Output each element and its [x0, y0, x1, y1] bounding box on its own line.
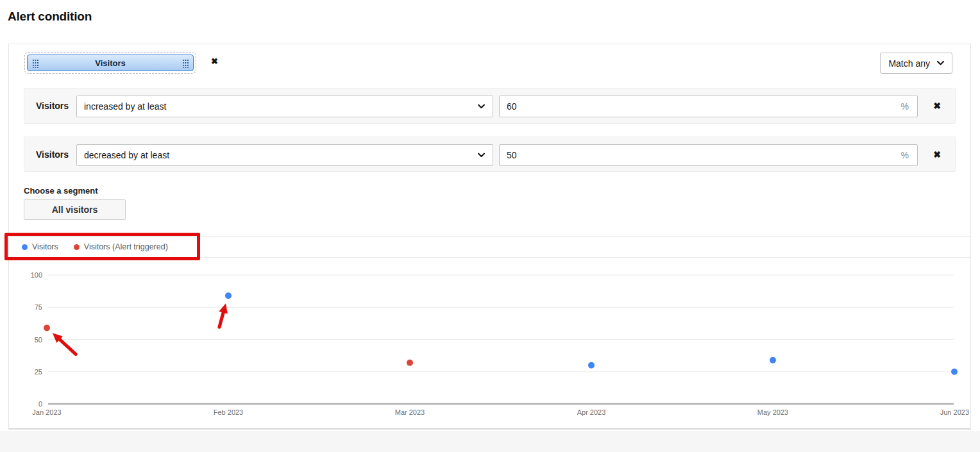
operator-select[interactable]: increased by at least: [76, 96, 493, 117]
annotation-arrow: [219, 312, 224, 327]
metric-chip[interactable]: Visitors: [27, 54, 194, 71]
operator-select-value: decreased by at least: [84, 150, 169, 160]
page-background-strip: [0, 431, 980, 452]
threshold-input[interactable]: [500, 96, 917, 117]
series-dot-icon: [74, 244, 80, 250]
legend-item-visitors-alert[interactable]: Visitors (Alert triggered): [74, 242, 168, 251]
remove-condition-button[interactable]: ✖: [933, 88, 941, 123]
threshold-field: %: [499, 96, 918, 117]
annotation-arrow: [59, 339, 76, 354]
data-point[interactable]: [770, 357, 776, 364]
annotation-arrowhead: [219, 303, 228, 314]
x-axis-tick-label: Feb 2023: [214, 408, 243, 416]
metric-chip-dropzone[interactable]: Visitors: [24, 52, 196, 74]
condition-metric-label: Visitors: [36, 137, 69, 171]
data-point[interactable]: [407, 360, 413, 366]
segment-button[interactable]: All visitors: [24, 199, 126, 220]
percent-suffix: %: [901, 150, 909, 160]
condition-row: Visitors decreased by at least % ✖: [24, 137, 956, 172]
metric-chip-label: Visitors: [38, 58, 182, 68]
trend-chart: 0255075100Jan 2023Feb 2023Mar 2023Apr 20…: [24, 265, 970, 426]
x-axis-tick-label: Mar 2023: [395, 408, 425, 416]
legend-item-visitors[interactable]: Visitors: [22, 242, 58, 251]
data-point[interactable]: [225, 292, 232, 299]
y-axis-tick-label: 50: [35, 336, 42, 344]
x-axis-tick-label: Jan 2023: [32, 408, 61, 416]
x-axis-tick-label: Apr 2023: [577, 408, 606, 416]
data-point[interactable]: [44, 324, 50, 331]
segment-section-label: Choose a segment: [24, 186, 98, 196]
condition-metric-label: Visitors: [36, 88, 69, 123]
remove-condition-button[interactable]: ✖: [933, 137, 941, 171]
x-axis-tick-label: Jun 2023: [940, 408, 969, 416]
chevron-down-icon: [478, 105, 485, 109]
y-axis-tick-label: 100: [31, 271, 42, 279]
legend-label: Visitors: [32, 242, 58, 251]
x-axis-tick-label: May 2023: [757, 408, 788, 416]
remove-metric-button[interactable]: ✖: [211, 57, 218, 65]
alert-condition-panel: Visitors ✖ Match any Visitors increased …: [8, 44, 971, 430]
operator-select-value: increased by at least: [84, 101, 166, 112]
chevron-down-icon: [478, 153, 485, 158]
threshold-input[interactable]: [500, 145, 917, 165]
match-type-dropdown[interactable]: Match any: [880, 53, 952, 74]
data-point[interactable]: [588, 362, 595, 369]
drag-handle-icon[interactable]: [182, 58, 189, 68]
series-dot-icon: [22, 244, 28, 250]
y-axis-tick-label: 0: [38, 400, 42, 408]
condition-row: Visitors increased by at least % ✖: [24, 88, 956, 124]
y-axis-tick-label: 75: [35, 303, 42, 311]
match-type-value: Match any: [888, 58, 930, 69]
drag-handle-icon[interactable]: [32, 58, 38, 68]
threshold-field: %: [499, 144, 918, 166]
data-point[interactable]: [951, 369, 958, 375]
page-title: Alert condition: [8, 10, 92, 24]
percent-suffix: %: [901, 101, 909, 112]
chart-legend: Visitors Visitors (Alert triggered): [9, 236, 970, 258]
legend-label: Visitors (Alert triggered): [84, 242, 168, 251]
y-axis-tick-label: 25: [35, 368, 42, 376]
operator-select[interactable]: decreased by at least: [76, 144, 493, 166]
chevron-down-icon: [937, 61, 944, 65]
